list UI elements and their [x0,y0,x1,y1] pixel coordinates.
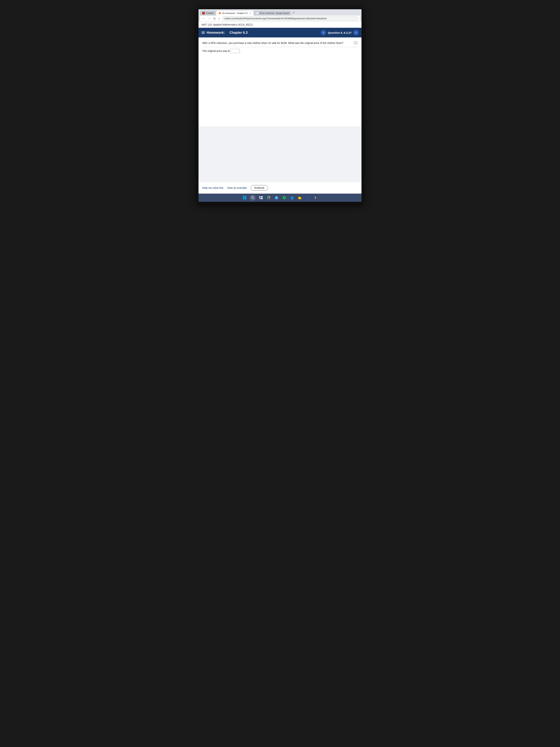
windows-start-button[interactable] [242,195,247,200]
dropbox-brand-icon [306,196,310,200]
homework-title-prefix: Homework: [207,31,225,35]
forward-button[interactable]: → [207,17,212,21]
taskbar-app3-icon[interactable] [282,195,287,200]
tab-google[interactable]: G 60 as a decimal - Google Search ✕ [254,11,291,16]
homework-header: Homework: Chapter 6.3 < Question 8, 6.3.… [198,28,362,37]
svg-rect-6 [259,196,261,198]
tab-homework-close[interactable]: ✕ [249,12,251,15]
question-main: After a 85% reduction, you purchase a ne… [198,37,362,126]
taskbar-app2-icon[interactable] [274,195,279,200]
edge-browser-icon [290,196,294,200]
taskbar-overflow-icon[interactable] [313,195,318,200]
question-text: After a 85% reduction, you purchase a ne… [202,41,358,45]
refresh-button[interactable]: ↻ [213,17,216,21]
laptop-wrapper: Content P Do Homework - Chapter 6.3 ✕ [197,7,363,204]
prev-question-button[interactable]: < [321,30,326,35]
homework-title: Homework: Chapter 6.3 [202,31,247,35]
question-text-content: After a 85% reduction, you purchase a ne… [202,42,344,45]
files-icon[interactable] [297,195,302,200]
tab-homework[interactable]: P Do Homework - Chapter 6.3 ✕ [216,11,254,16]
svg-text:P: P [219,12,220,14]
browser-screen: Content P Do Homework - Chapter 6.3 ✕ [198,9,362,202]
svg-rect-12 [267,198,268,199]
menu-icon[interactable] [202,31,205,34]
svg-rect-7 [261,196,263,198]
view-example-link[interactable]: View an example [227,186,247,189]
edge-icon[interactable] [289,195,295,200]
tab-google-label: 60 as a decimal - Google Search [260,12,289,14]
svg-point-17 [284,197,285,198]
homework-tab-icon: P [218,12,221,15]
tab-content-label: Content [206,12,214,15]
chevron-right-icon [314,196,317,199]
svg-rect-15 [276,196,277,197]
google-tab-icon: G [256,12,259,15]
tab-homework-label: Do Homework - Chapter 6.3 [222,12,247,14]
svg-rect-10 [267,196,268,198]
svg-rect-9 [260,198,263,199]
bottom-actions: Help me solve this View an example Textb… [198,182,362,194]
back-button[interactable]: ← [202,17,206,21]
content-tab-icon [202,12,205,15]
homework-chapter: Chapter 6.3 [230,31,247,35]
question-nav: < Question 8, 6.3.37 > [321,30,358,35]
browser-chrome: Content P Do Homework - Chapter 6.3 ✕ [198,9,362,22]
address-bar[interactable]: mathxl.com/Student/PlayerHomework.aspx?h… [222,16,358,21]
home-button[interactable]: ⌂ [218,17,221,21]
course-title: MAT 110: Applied Mathematics (4216_B5Z1) [202,23,253,26]
search-icon [251,196,254,199]
app1-icon [267,196,271,200]
taskbar-search-button[interactable] [250,195,256,201]
answer-suffix: . [240,49,241,52]
taskview-icon [259,196,263,199]
next-question-button[interactable]: > [353,30,358,35]
app3-icon [283,196,286,200]
address-bar-row: ← → ↻ ⌂ mathxl.com/Student/PlayerHomewor… [200,16,360,22]
answer-row: The original price was $ . [202,49,358,53]
textbook-button[interactable]: Textbook [250,185,268,191]
question-label: Question 8, 6.3.37 [328,31,351,34]
tab-add-button[interactable]: + [291,10,296,15]
dropbox-icon[interactable] [305,195,310,200]
svg-rect-13 [269,198,270,199]
taskbar-app1-icon[interactable] [266,195,271,200]
svg-point-4 [251,197,254,198]
page-content: MAT 110: Applied Mathematics (4216_B5Z1)… [198,22,362,194]
app2-icon [275,196,278,200]
svg-rect-11 [269,196,270,198]
svg-text:G: G [257,12,258,14]
svg-rect-19 [298,197,300,198]
more-options-button[interactable]: ... [353,41,358,45]
tab-content[interactable]: Content [200,11,216,16]
task-view-button[interactable] [258,195,264,200]
help-me-solve-link[interactable]: Help me solve this [202,186,223,189]
answer-prefix: The original price was $ [202,49,230,52]
answer-input[interactable] [230,49,240,53]
taskbar [198,194,362,202]
tab-bar: Content P Do Homework - Chapter 6.3 ✕ [200,10,360,16]
svg-marker-20 [307,197,309,199]
course-title-bar: MAT 110: Applied Mathematics (4216_B5Z1) [198,22,362,28]
svg-line-5 [253,198,254,199]
file-explorer-icon [298,196,302,200]
svg-rect-8 [259,198,260,199]
